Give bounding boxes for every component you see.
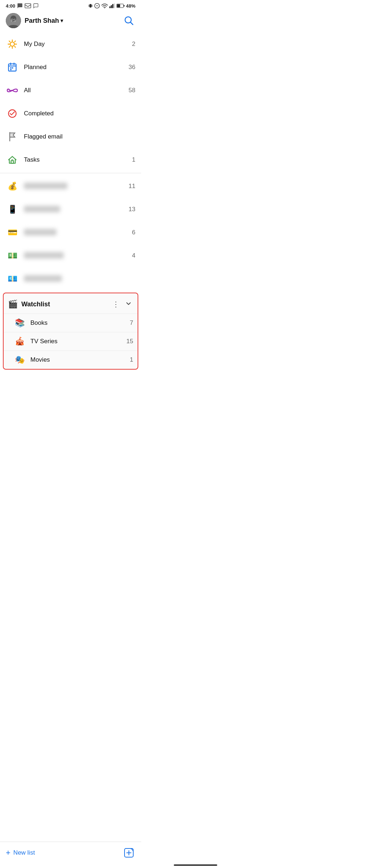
planned-label: Planned [24,64,129,71]
watchlist-group-header[interactable]: 🎬 Watchlist ⋮ [4,293,138,314]
all-count: 58 [129,87,135,94]
custom-list-5-label [24,275,135,282]
custom-list-4[interactable]: 💵 4 [0,244,141,267]
flag-icon [6,130,19,143]
sun-icon [6,38,19,51]
watchlist-item-tv-series[interactable]: 🎪 TV Series 15 [4,332,138,350]
movies-count: 1 [130,356,133,363]
money-bag-icon: 💰 [6,180,19,193]
custom-list-4-count: 4 [132,252,135,259]
tv-series-icon: 🎪 [14,337,25,346]
svg-text:PS: PS [11,18,16,22]
svg-line-26 [9,46,10,47]
planned-count: 36 [129,64,135,71]
user-name[interactable]: Parth Shah ▾ [25,17,63,25]
signal-icon [109,3,115,8]
status-bar: 4:00 [0,0,141,10]
movies-icon: 🎭 [14,355,25,365]
custom-list-1-count: 11 [129,183,135,190]
battery-icon [117,4,125,8]
sidebar-item-my-day[interactable]: My Day 2 [0,33,141,56]
svg-point-37 [12,159,13,161]
flagged-email-label: Flagged email [24,133,135,140]
sidebar-item-completed[interactable]: Completed [0,102,141,125]
status-indicators: 48% [88,3,135,9]
sidebar-item-all[interactable]: All 58 [0,79,141,102]
svg-line-27 [14,41,15,42]
svg-rect-33 [12,67,13,69]
movies-label: Movies [30,356,130,363]
custom-list-1[interactable]: 💰 11 [0,175,141,198]
watchlist-item-books[interactable]: 📚 Books 7 [4,314,138,332]
tv-series-label: TV Series [30,338,126,345]
watchlist-group: 🎬 Watchlist ⋮ 📚 Books 7 🎪 TV Series 15 🎭 [3,293,138,370]
sidebar-item-planned[interactable]: Planned 36 [0,56,141,79]
custom-list-2-count: 13 [129,206,135,213]
search-button[interactable] [122,14,135,27]
euro-icon: 💶 [6,272,19,285]
calendar-icon [6,61,19,74]
svg-rect-3 [92,5,92,7]
tv-series-count: 15 [126,338,133,345]
custom-list-2-label [24,206,129,213]
custom-list-1-label [24,183,129,190]
custom-list-2[interactable]: 📱 13 [0,198,141,221]
svg-rect-1 [90,4,92,8]
bubble-icon [17,3,23,9]
card-icon: 💳 [6,226,19,239]
time-display: 4:00 [6,3,15,9]
status-time: 4:00 [6,3,39,9]
phone-icon: 📱 [6,203,19,216]
watchlist-actions: ⋮ [111,298,133,310]
dnd-icon [94,3,100,9]
battery-percentage: 48% [126,3,135,9]
svg-rect-13 [117,4,120,7]
watchlist-item-movies[interactable]: 🎭 Movies 1 [4,350,138,369]
svg-line-24 [9,41,10,42]
custom-list-5[interactable]: 💶 [0,267,141,290]
search-icon [124,16,134,26]
sidebar-item-tasks[interactable]: Tasks 1 [0,148,141,171]
email-icon [25,3,31,8]
books-icon: 📚 [14,318,25,328]
header: PS Parth Shah ▾ [0,10,141,33]
tasks-home-icon [6,153,19,166]
tasks-count: 1 [132,156,135,163]
check-circle-icon [6,107,19,120]
svg-rect-32 [10,67,12,69]
user-name-text: Parth Shah [25,17,59,25]
svg-rect-0 [25,4,31,8]
watchlist-icon: 🎬 [8,299,18,309]
svg-line-18 [131,22,133,25]
svg-point-19 [10,42,14,46]
svg-rect-8 [111,5,112,8]
section-divider [0,173,141,173]
custom-list-3-count: 6 [132,229,135,236]
tasks-label: Tasks [24,156,132,163]
custom-list-3-label [24,229,132,236]
books-label: Books [30,319,130,327]
my-day-count: 2 [132,41,135,48]
avatar[interactable]: PS [6,13,21,28]
my-day-label: My Day [24,41,132,48]
avatar-image: PS [6,13,21,28]
svg-rect-9 [112,4,113,8]
nav-list: My Day 2 Planned 36 All 58 [0,33,141,290]
completed-label: Completed [24,110,135,117]
books-count: 7 [130,319,133,327]
all-label: All [24,87,129,94]
custom-list-3[interactable]: 💳 6 [0,221,141,244]
user-info[interactable]: PS Parth Shah ▾ [6,13,63,28]
svg-rect-7 [109,7,110,8]
infinity-icon [6,84,19,97]
svg-rect-10 [114,4,115,8]
svg-rect-2 [89,5,89,7]
svg-point-6 [104,8,105,8]
sidebar-item-flagged-email[interactable]: Flagged email [0,125,141,148]
dropdown-arrow: ▾ [60,18,63,24]
chat-icon [33,3,39,9]
watchlist-label: Watchlist [21,301,111,308]
collapse-button[interactable] [124,299,133,310]
vibrate-icon [88,3,93,9]
more-options-button[interactable]: ⋮ [111,298,121,310]
